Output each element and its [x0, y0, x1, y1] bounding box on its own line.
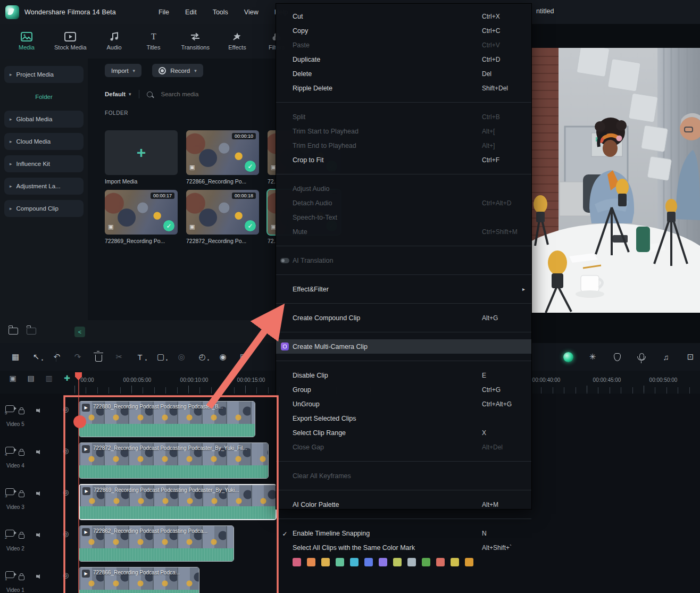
- crop-icon[interactable]: ▢ ▪: [155, 352, 166, 362]
- delete-icon[interactable]: [93, 353, 104, 362]
- menu-item[interactable]: [276, 490, 531, 490]
- tab-effects[interactable]: Effects: [226, 32, 249, 51]
- menu-item-detach-audio[interactable]: Detach Audio Ctrl+Alt+D: [276, 196, 531, 210]
- menu-item[interactable]: [276, 246, 531, 246]
- speaker-icon[interactable]: [36, 574, 40, 579]
- menu-item[interactable]: [276, 461, 531, 462]
- menu-item-split[interactable]: Split Ctrl+B: [276, 110, 531, 124]
- color-mark-swatch[interactable]: [350, 558, 359, 566]
- audio-music-icon[interactable]: ♫: [661, 353, 671, 362]
- color-mark-swatch[interactable]: [422, 558, 430, 566]
- menu-item-create-multi-camera-clip[interactable]: Create Multi-Camera Clip: [276, 339, 531, 354]
- media-filter-dropdown[interactable]: Default ▾: [105, 91, 131, 97]
- menu-item-trim-end-to-playhead[interactable]: Trim End to Playhead Alt+]: [276, 138, 531, 153]
- color-mark-swatch[interactable]: [465, 558, 473, 566]
- track-visibility-toggle[interactable]: ◎: [63, 447, 69, 455]
- tab-transitions[interactable]: Transitions: [181, 32, 210, 51]
- menu-item-ai-color-palette[interactable]: AI Color Palette Alt+M: [276, 497, 531, 512]
- sidebar-item-folder[interactable]: ▸ Folder: [4, 88, 84, 105]
- screen-record-icon[interactable]: ▣: [238, 352, 249, 362]
- render-preview-icon[interactable]: ✳: [587, 352, 598, 362]
- track-visibility-toggle[interactable]: ◎: [63, 405, 69, 413]
- menu-item-close-gap[interactable]: Close Gap Alt+Del: [276, 440, 531, 454]
- color-mark-swatch[interactable]: [293, 558, 301, 566]
- workspace-icon[interactable]: ▦: [10, 352, 21, 362]
- timeline-clip[interactable]: ▶ 722862_Recording Podcast Podcasting Po…: [79, 525, 234, 562]
- color-mark-swatch[interactable]: [451, 558, 459, 566]
- menu-item-cut[interactable]: Cut Ctrl+X: [276, 9, 531, 23]
- lock-icon[interactable]: [19, 410, 24, 414]
- split-scissors-icon[interactable]: ✂: [114, 352, 124, 362]
- delete-folder-button[interactable]: [27, 327, 36, 337]
- menubar-item[interactable]: View: [238, 6, 265, 18]
- speaker-icon[interactable]: [36, 408, 40, 413]
- timeline-clip[interactable]: ▶ 722872_Recording Podcast Podcasting Po…: [79, 442, 269, 479]
- merge-clips-icon[interactable]: ▥: [44, 374, 54, 382]
- color-palette-icon[interactable]: ◉: [218, 352, 228, 362]
- lock-icon[interactable]: [19, 492, 24, 497]
- menu-item-ripple-delete[interactable]: Ripple Delete Shift+Del: [276, 81, 531, 95]
- track-visibility-toggle[interactable]: ◎: [63, 488, 69, 496]
- color-mark-swatch[interactable]: [436, 558, 445, 566]
- mask-icon[interactable]: [612, 353, 622, 361]
- menu-item-create-compound-clip[interactable]: Create Compound Clip Alt+G: [276, 311, 531, 325]
- chroma-key-icon[interactable]: ◎: [176, 352, 187, 362]
- menu-item-copy[interactable]: Copy Ctrl+C: [276, 23, 531, 38]
- tab-audio[interactable]: Audio: [103, 32, 126, 51]
- link-clips-icon[interactable]: ▤: [26, 374, 36, 382]
- menu-item-paste[interactable]: Paste Ctrl+V: [276, 38, 531, 52]
- menu-item-select-all-clips-with-the-same-color-mark[interactable]: Select All Clips with the Same Color Mar…: [276, 540, 531, 555]
- menu-item-clear-all-keyframes[interactable]: Clear All Keyframes: [276, 469, 531, 483]
- redo-icon[interactable]: ↷: [72, 352, 83, 362]
- import-button[interactable]: Import ▾: [105, 64, 141, 77]
- menu-item[interactable]: [276, 303, 531, 304]
- menu-item-group[interactable]: Group Ctrl+G: [276, 382, 531, 397]
- menu-item-duplicate[interactable]: Duplicate Ctrl+D: [276, 52, 531, 66]
- voice-icon[interactable]: [636, 354, 647, 360]
- search-input[interactable]: [160, 90, 269, 98]
- color-mark-swatch[interactable]: [379, 558, 387, 566]
- lock-icon[interactable]: [19, 451, 24, 456]
- menu-item[interactable]: [276, 102, 531, 103]
- menu-item-select-clip-range[interactable]: Select Clip Range X: [276, 425, 531, 440]
- sidebar-item-project-media[interactable]: ▸ Project Media: [4, 66, 84, 83]
- sidebar-item-compound-clip[interactable]: ▸ Compound Clip: [4, 200, 84, 217]
- undo-icon[interactable]: ↶: [52, 352, 62, 362]
- timeline-clip[interactable]: ▶ 722869_Recording Podcast Podcasting Po…: [79, 484, 277, 520]
- menu-item-delete[interactable]: Delete Del: [276, 66, 531, 81]
- track-visibility-toggle[interactable]: ◎: [63, 571, 69, 579]
- new-folder-button[interactable]: [9, 327, 18, 337]
- menu-item-mute[interactable]: Mute Ctrl+Shift+M: [276, 224, 531, 239]
- color-mark-swatch[interactable]: [364, 558, 373, 566]
- sidebar-item-global-media[interactable]: ▸ Global Media: [4, 111, 84, 128]
- track-visibility-toggle[interactable]: ◎: [63, 530, 69, 538]
- menu-item[interactable]: [276, 332, 531, 332]
- menu-item[interactable]: [276, 274, 531, 275]
- import-media-tile[interactable]: + Import Media: [105, 130, 178, 190]
- lock-icon[interactable]: [19, 575, 24, 580]
- menubar-item[interactable]: File: [152, 6, 176, 18]
- menu-item-trim-start-to-playhead[interactable]: Trim Start to Playhead Alt+[: [276, 124, 531, 138]
- speed-icon[interactable]: ◴ ▪: [197, 352, 207, 362]
- timeline-clip[interactable]: ▶ 722866_Recording Podcast Podca...: [79, 567, 199, 593]
- ai-portrait-icon[interactable]: [563, 352, 573, 362]
- media-item[interactable]: ▣ 00:00:18 ✓ 722872_Recording Po...: [186, 190, 259, 249]
- color-mark-swatch[interactable]: [336, 558, 344, 566]
- menubar-item[interactable]: Tools: [206, 6, 235, 18]
- lock-icon[interactable]: [19, 534, 24, 539]
- menu-item-ungroup[interactable]: UnGroup Ctrl+Alt+G: [276, 397, 531, 411]
- duplicate-frames-icon[interactable]: ▣: [7, 374, 18, 382]
- media-item[interactable]: ▣ 00:00:10 ✓ 722866_Recording Po...: [186, 130, 259, 190]
- menu-item-enable-timeline-snapping[interactable]: Enable Timeline Snapping N: [276, 526, 531, 540]
- menu-item-adjust-audio[interactable]: Adjust Audio: [276, 181, 531, 196]
- menu-item-export-selected-clips[interactable]: Export Selected Clips: [276, 411, 531, 425]
- tab-stock-media[interactable]: Stock Media: [54, 32, 87, 51]
- speaker-icon[interactable]: [36, 450, 40, 454]
- speaker-icon[interactable]: [36, 533, 40, 537]
- sidebar-item-cloud-media[interactable]: ▸ Cloud Media: [4, 133, 84, 150]
- sidebar-item-influence-kit[interactable]: ▸ Influence Kit: [4, 155, 84, 172]
- timeline-clip[interactable]: ▶ 722880_Recording Podcast Podcasting Po…: [79, 401, 255, 437]
- media-item[interactable]: ▣ 00:00:17 ✓ 722869_Recording Po...: [105, 190, 178, 249]
- tab-media[interactable]: Media: [15, 32, 38, 51]
- menubar-item[interactable]: Edit: [179, 6, 203, 18]
